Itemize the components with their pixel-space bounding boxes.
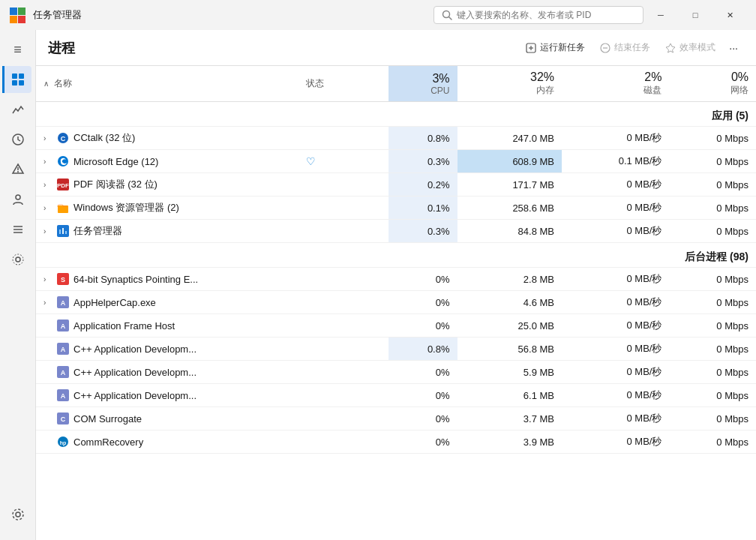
status-cell xyxy=(298,314,388,338)
sidebar-item-performance[interactable] xyxy=(4,96,32,123)
svg-rect-6 xyxy=(12,74,17,79)
mem-cell: 247.0 MB xyxy=(458,127,562,150)
disk-cell: 0 MB/秒 xyxy=(562,173,669,196)
app-logo xyxy=(9,7,26,23)
new-task-button[interactable]: 运行新任务 xyxy=(518,38,592,58)
expand-arrow[interactable]: › xyxy=(44,181,52,189)
disk-cell: 0 MB/秒 xyxy=(562,338,669,361)
sidebar-item-details[interactable] xyxy=(4,216,32,243)
net-cell: 0 Mbps xyxy=(669,361,756,384)
process-table-container[interactable]: ∧ 名称 状态 3% CPU 32% 内存 xyxy=(36,66,756,540)
section-header: 应用 (5) xyxy=(36,102,756,127)
table-row[interactable]: › Microsoft Edge (12) ♡ 0.3% 608.9 MB 0.… xyxy=(36,150,756,173)
table-row[interactable]: hp CommRecovery 0% 3.9 MB 0 MB/秒 0 Mbps xyxy=(36,430,756,454)
net-cell: 0 Mbps xyxy=(669,430,756,454)
svg-text:S: S xyxy=(61,276,65,284)
table-row[interactable]: › A AppHelperCap.exe 0% 4.6 MB 0 MB/秒 0 … xyxy=(36,291,756,314)
edge-icon xyxy=(57,155,69,167)
col-header-disk[interactable]: 2% 磁盘 xyxy=(562,66,669,102)
sidebar-item-users[interactable] xyxy=(4,186,32,213)
table-row[interactable]: C COM Surrogate 0% 3.7 MB 0 MB/秒 0 Mbps xyxy=(36,407,756,430)
status-cell xyxy=(298,430,388,454)
disk-cell: 0 MB/秒 xyxy=(562,196,669,220)
svg-point-20 xyxy=(16,512,20,517)
table-row[interactable]: › 任务管理器 0.3% 84.8 MB 0 MB/秒 0 Mbps xyxy=(36,220,756,243)
expand-arrow[interactable]: › xyxy=(44,134,52,142)
table-row[interactable]: A C++ Application Developm... 0% 5.9 MB … xyxy=(36,361,756,384)
minimize-button[interactable]: ─ xyxy=(644,3,678,27)
cpu-cell: 0% xyxy=(388,384,458,407)
mem-cell: 3.7 MB xyxy=(458,407,562,430)
maximize-button[interactable]: □ xyxy=(678,3,712,27)
svg-text:hp: hp xyxy=(60,440,67,446)
disk-cell: 0 MB/秒 xyxy=(562,220,669,243)
table-row[interactable]: A Application Frame Host 0% 25.0 MB 0 MB… xyxy=(36,314,756,338)
users-icon xyxy=(11,193,25,206)
col-header-name[interactable]: ∧ 名称 xyxy=(36,66,298,102)
col-header-cpu[interactable]: 3% CPU xyxy=(388,66,458,102)
table-row[interactable]: A C++ Application Developm... 0% 6.1 MB … xyxy=(36,384,756,407)
section-title: 应用 (5) xyxy=(36,102,756,127)
process-label: Application Frame Host xyxy=(74,320,175,332)
expand-arrow[interactable]: › xyxy=(44,275,52,284)
col-header-net[interactable]: 0% 网络 xyxy=(669,66,756,102)
svg-rect-8 xyxy=(12,80,17,86)
search-input[interactable] xyxy=(457,10,635,20)
sidebar-item-settings[interactable] xyxy=(4,501,32,528)
sidebar-item-processes[interactable] xyxy=(2,66,32,93)
expand-arrow[interactable]: › xyxy=(44,227,52,236)
disk-cell: 0 MB/秒 xyxy=(562,291,669,314)
cctalk-icon: C xyxy=(57,132,69,144)
explorer-icon xyxy=(57,202,69,214)
cpu-cell: 0.1% xyxy=(388,196,458,220)
mem-cell: 5.9 MB xyxy=(458,361,562,384)
app-icon: A xyxy=(57,343,69,355)
section-title: 后台进程 (98) xyxy=(36,243,756,268)
svg-rect-36 xyxy=(65,231,67,234)
disk-cell: 0 MB/秒 xyxy=(562,407,669,430)
search-box[interactable] xyxy=(434,6,644,24)
col-header-mem[interactable]: 32% 内存 xyxy=(458,66,562,102)
table-row[interactable]: › C CCtalk (32 位) 0.8% 247.0 MB 0 MB/秒 0… xyxy=(36,127,756,150)
processes-icon xyxy=(11,73,25,86)
sidebar-item-services[interactable] xyxy=(4,246,32,273)
sidebar-item-history[interactable] xyxy=(4,126,32,153)
app-icon: A xyxy=(57,389,69,401)
disk-cell: 0 MB/秒 xyxy=(562,268,669,291)
expand-arrow[interactable]: › xyxy=(44,204,52,212)
expand-arrow[interactable]: › xyxy=(44,158,52,166)
mem-cell: 3.9 MB xyxy=(458,430,562,454)
table-row[interactable]: A C++ Application Developm... 0.8% 56.8 … xyxy=(36,338,756,361)
process-name-cell: › S 64-bit Synaptics Pointing E... xyxy=(36,268,298,291)
app-icon: A xyxy=(57,320,69,332)
more-options-button[interactable]: ··· xyxy=(723,38,744,58)
svg-rect-0 xyxy=(10,8,17,15)
net-cell: 0 Mbps xyxy=(669,407,756,430)
table-row[interactable]: › PDF PDF 阅读器 (32 位) 0.2% 171.7 MB 0 MB/… xyxy=(36,173,756,196)
col-header-status[interactable]: 状态 xyxy=(298,66,388,102)
table-row[interactable]: › Windows 资源管理器 (2) 0.1% 258.6 MB 0 MB/秒… xyxy=(36,196,756,220)
table-row[interactable]: › S 64-bit Synaptics Pointing E... 0% 2.… xyxy=(36,268,756,291)
svg-text:A: A xyxy=(61,369,66,376)
process-name-cell: › A AppHelperCap.exe xyxy=(36,291,298,314)
process-label: CommRecovery xyxy=(74,436,143,448)
icon-sidebar: ≡ xyxy=(0,30,36,540)
mem-cell: 258.6 MB xyxy=(458,196,562,220)
efficiency-mode-button[interactable]: 效率模式 xyxy=(658,38,723,58)
status-cell xyxy=(298,127,388,150)
process-name-cell: › C CCtalk (32 位) xyxy=(36,127,298,150)
mem-cell: 608.9 MB xyxy=(458,150,562,173)
status-cell xyxy=(298,361,388,384)
close-button[interactable]: ✕ xyxy=(712,3,747,27)
process-name-cell: hp CommRecovery xyxy=(36,430,298,454)
svg-text:A: A xyxy=(61,392,66,400)
sidebar-item-startup[interactable] xyxy=(4,156,32,183)
sidebar-item-menu[interactable]: ≡ xyxy=(4,36,32,63)
svg-rect-7 xyxy=(19,74,24,79)
end-task-button[interactable]: 结束任务 xyxy=(592,38,658,58)
status-cell: ♡ xyxy=(298,150,388,173)
cpu-cell: 0.3% xyxy=(388,150,458,173)
disk-cell: 0 MB/秒 xyxy=(562,361,669,384)
expand-arrow[interactable]: › xyxy=(44,298,52,307)
cpu-cell: 0.8% xyxy=(388,338,458,361)
